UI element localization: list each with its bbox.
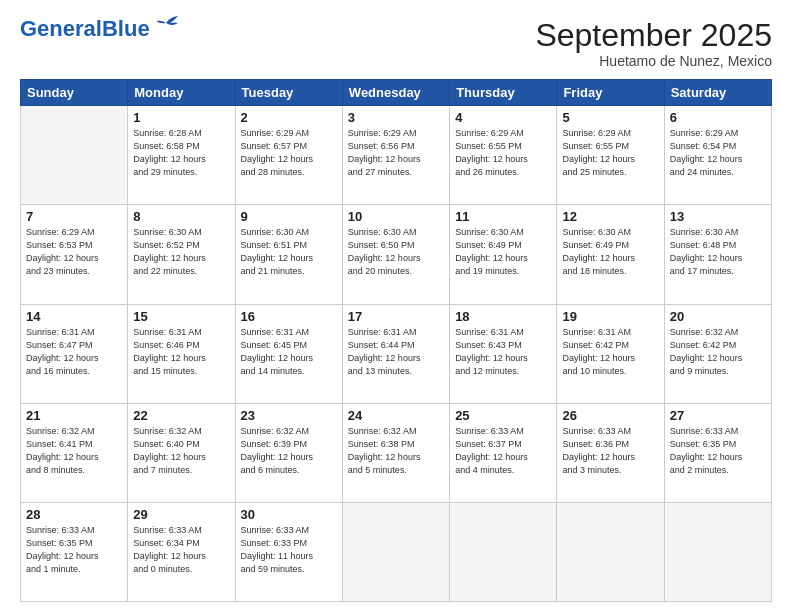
weekday-header-tuesday: Tuesday: [235, 80, 342, 106]
calendar-cell: 16Sunrise: 6:31 AM Sunset: 6:45 PM Dayli…: [235, 304, 342, 403]
day-info: Sunrise: 6:31 AM Sunset: 6:43 PM Dayligh…: [455, 326, 551, 378]
day-info: Sunrise: 6:32 AM Sunset: 6:38 PM Dayligh…: [348, 425, 444, 477]
day-number: 9: [241, 209, 337, 224]
day-number: 30: [241, 507, 337, 522]
day-number: 11: [455, 209, 551, 224]
calendar-cell: [21, 106, 128, 205]
day-info: Sunrise: 6:29 AM Sunset: 6:54 PM Dayligh…: [670, 127, 766, 179]
day-number: 15: [133, 309, 229, 324]
calendar-cell: 11Sunrise: 6:30 AM Sunset: 6:49 PM Dayli…: [450, 205, 557, 304]
calendar-body: 1Sunrise: 6:28 AM Sunset: 6:58 PM Daylig…: [21, 106, 772, 602]
weekday-header-monday: Monday: [128, 80, 235, 106]
weekday-header-friday: Friday: [557, 80, 664, 106]
weekday-header-sunday: Sunday: [21, 80, 128, 106]
day-number: 12: [562, 209, 658, 224]
calendar-cell: 6Sunrise: 6:29 AM Sunset: 6:54 PM Daylig…: [664, 106, 771, 205]
day-info: Sunrise: 6:30 AM Sunset: 6:52 PM Dayligh…: [133, 226, 229, 278]
weekday-header-saturday: Saturday: [664, 80, 771, 106]
day-number: 21: [26, 408, 122, 423]
logo-bird-icon: [152, 15, 180, 35]
day-info: Sunrise: 6:30 AM Sunset: 6:51 PM Dayligh…: [241, 226, 337, 278]
header: GeneralBlue September 2025 Huetamo de Nu…: [20, 18, 772, 69]
day-number: 25: [455, 408, 551, 423]
calendar-week-2: 7Sunrise: 6:29 AM Sunset: 6:53 PM Daylig…: [21, 205, 772, 304]
day-number: 14: [26, 309, 122, 324]
day-info: Sunrise: 6:30 AM Sunset: 6:49 PM Dayligh…: [562, 226, 658, 278]
logo-general: General: [20, 16, 102, 41]
day-info: Sunrise: 6:30 AM Sunset: 6:49 PM Dayligh…: [455, 226, 551, 278]
location-title: Huetamo de Nunez, Mexico: [535, 53, 772, 69]
logo-text: GeneralBlue: [20, 18, 150, 40]
day-info: Sunrise: 6:32 AM Sunset: 6:40 PM Dayligh…: [133, 425, 229, 477]
calendar-cell: [342, 502, 449, 601]
calendar-week-1: 1Sunrise: 6:28 AM Sunset: 6:58 PM Daylig…: [21, 106, 772, 205]
calendar-cell: 12Sunrise: 6:30 AM Sunset: 6:49 PM Dayli…: [557, 205, 664, 304]
calendar-cell: 1Sunrise: 6:28 AM Sunset: 6:58 PM Daylig…: [128, 106, 235, 205]
calendar-week-3: 14Sunrise: 6:31 AM Sunset: 6:47 PM Dayli…: [21, 304, 772, 403]
day-info: Sunrise: 6:30 AM Sunset: 6:50 PM Dayligh…: [348, 226, 444, 278]
day-number: 28: [26, 507, 122, 522]
calendar-cell: 2Sunrise: 6:29 AM Sunset: 6:57 PM Daylig…: [235, 106, 342, 205]
calendar-cell: 18Sunrise: 6:31 AM Sunset: 6:43 PM Dayli…: [450, 304, 557, 403]
day-number: 22: [133, 408, 229, 423]
calendar-cell: 15Sunrise: 6:31 AM Sunset: 6:46 PM Dayli…: [128, 304, 235, 403]
page: GeneralBlue September 2025 Huetamo de Nu…: [0, 0, 792, 612]
day-info: Sunrise: 6:33 AM Sunset: 6:34 PM Dayligh…: [133, 524, 229, 576]
day-number: 23: [241, 408, 337, 423]
calendar-cell: 25Sunrise: 6:33 AM Sunset: 6:37 PM Dayli…: [450, 403, 557, 502]
weekday-header-thursday: Thursday: [450, 80, 557, 106]
day-number: 2: [241, 110, 337, 125]
day-number: 10: [348, 209, 444, 224]
day-info: Sunrise: 6:31 AM Sunset: 6:45 PM Dayligh…: [241, 326, 337, 378]
day-info: Sunrise: 6:30 AM Sunset: 6:48 PM Dayligh…: [670, 226, 766, 278]
logo: GeneralBlue: [20, 18, 180, 40]
logo-blue: Blue: [102, 16, 150, 41]
calendar-week-5: 28Sunrise: 6:33 AM Sunset: 6:35 PM Dayli…: [21, 502, 772, 601]
calendar-week-4: 21Sunrise: 6:32 AM Sunset: 6:41 PM Dayli…: [21, 403, 772, 502]
day-number: 29: [133, 507, 229, 522]
month-title: September 2025: [535, 18, 772, 53]
day-number: 8: [133, 209, 229, 224]
calendar-cell: 27Sunrise: 6:33 AM Sunset: 6:35 PM Dayli…: [664, 403, 771, 502]
calendar-cell: 21Sunrise: 6:32 AM Sunset: 6:41 PM Dayli…: [21, 403, 128, 502]
day-info: Sunrise: 6:33 AM Sunset: 6:36 PM Dayligh…: [562, 425, 658, 477]
calendar-cell: 10Sunrise: 6:30 AM Sunset: 6:50 PM Dayli…: [342, 205, 449, 304]
title-block: September 2025 Huetamo de Nunez, Mexico: [535, 18, 772, 69]
calendar-cell: 22Sunrise: 6:32 AM Sunset: 6:40 PM Dayli…: [128, 403, 235, 502]
day-number: 17: [348, 309, 444, 324]
day-number: 20: [670, 309, 766, 324]
calendar-cell: [450, 502, 557, 601]
day-info: Sunrise: 6:33 AM Sunset: 6:35 PM Dayligh…: [26, 524, 122, 576]
calendar-table: SundayMondayTuesdayWednesdayThursdayFrid…: [20, 79, 772, 602]
day-info: Sunrise: 6:31 AM Sunset: 6:42 PM Dayligh…: [562, 326, 658, 378]
calendar-cell: 3Sunrise: 6:29 AM Sunset: 6:56 PM Daylig…: [342, 106, 449, 205]
calendar-cell: 26Sunrise: 6:33 AM Sunset: 6:36 PM Dayli…: [557, 403, 664, 502]
day-info: Sunrise: 6:31 AM Sunset: 6:46 PM Dayligh…: [133, 326, 229, 378]
day-info: Sunrise: 6:29 AM Sunset: 6:55 PM Dayligh…: [455, 127, 551, 179]
weekday-header-wednesday: Wednesday: [342, 80, 449, 106]
day-info: Sunrise: 6:33 AM Sunset: 6:33 PM Dayligh…: [241, 524, 337, 576]
calendar-cell: 19Sunrise: 6:31 AM Sunset: 6:42 PM Dayli…: [557, 304, 664, 403]
day-info: Sunrise: 6:32 AM Sunset: 6:42 PM Dayligh…: [670, 326, 766, 378]
day-info: Sunrise: 6:31 AM Sunset: 6:44 PM Dayligh…: [348, 326, 444, 378]
calendar-cell: 24Sunrise: 6:32 AM Sunset: 6:38 PM Dayli…: [342, 403, 449, 502]
day-number: 13: [670, 209, 766, 224]
day-number: 5: [562, 110, 658, 125]
day-info: Sunrise: 6:29 AM Sunset: 6:56 PM Dayligh…: [348, 127, 444, 179]
day-info: Sunrise: 6:29 AM Sunset: 6:57 PM Dayligh…: [241, 127, 337, 179]
day-number: 19: [562, 309, 658, 324]
day-info: Sunrise: 6:31 AM Sunset: 6:47 PM Dayligh…: [26, 326, 122, 378]
calendar-cell: 7Sunrise: 6:29 AM Sunset: 6:53 PM Daylig…: [21, 205, 128, 304]
calendar-cell: 23Sunrise: 6:32 AM Sunset: 6:39 PM Dayli…: [235, 403, 342, 502]
calendar-cell: 30Sunrise: 6:33 AM Sunset: 6:33 PM Dayli…: [235, 502, 342, 601]
calendar-cell: 20Sunrise: 6:32 AM Sunset: 6:42 PM Dayli…: [664, 304, 771, 403]
calendar-cell: 29Sunrise: 6:33 AM Sunset: 6:34 PM Dayli…: [128, 502, 235, 601]
day-info: Sunrise: 6:32 AM Sunset: 6:41 PM Dayligh…: [26, 425, 122, 477]
day-number: 1: [133, 110, 229, 125]
day-info: Sunrise: 6:29 AM Sunset: 6:53 PM Dayligh…: [26, 226, 122, 278]
day-number: 27: [670, 408, 766, 423]
day-info: Sunrise: 6:33 AM Sunset: 6:35 PM Dayligh…: [670, 425, 766, 477]
day-number: 6: [670, 110, 766, 125]
calendar-header-row: SundayMondayTuesdayWednesdayThursdayFrid…: [21, 80, 772, 106]
calendar-cell: 17Sunrise: 6:31 AM Sunset: 6:44 PM Dayli…: [342, 304, 449, 403]
